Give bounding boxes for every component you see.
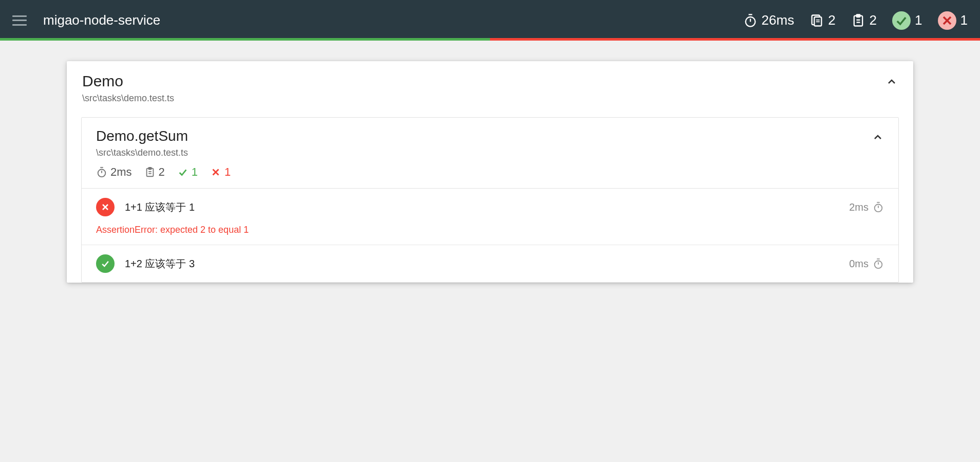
- group-title: Demo.getSum: [96, 128, 231, 144]
- test-error: AssertionError: expected 2 to equal 1: [96, 225, 884, 235]
- test-duration: 0ms: [849, 258, 884, 270]
- group-tests: 2: [144, 165, 165, 179]
- failed-value: 1: [960, 12, 968, 28]
- fail-status-icon: [96, 198, 115, 216]
- fail-badge-icon: [938, 11, 956, 30]
- suite-header[interactable]: Demo \src\tasks\demo.test.ts: [67, 61, 913, 117]
- suite-card: Demo \src\tasks\demo.test.ts Demo.getSum…: [67, 61, 913, 283]
- svg-rect-17: [148, 168, 152, 170]
- timer-icon: [96, 167, 107, 178]
- timer-icon: [873, 201, 884, 213]
- group-failed: 1: [210, 165, 231, 179]
- group-stats: 2ms 2 1 1: [96, 165, 231, 179]
- progress-pass: [0, 38, 490, 41]
- suite-path: \src\tasks\demo.test.ts: [82, 93, 174, 104]
- clipboard-icon: [851, 13, 865, 28]
- clipboard-icon: [144, 167, 156, 178]
- test-name: 1+1 应该等于 1: [125, 200, 195, 214]
- x-icon: [210, 167, 221, 178]
- content: Demo \src\tasks\demo.test.ts Demo.getSum…: [0, 41, 980, 283]
- timer-icon: [873, 258, 884, 269]
- test-row[interactable]: 1+1 应该等于 1 2ms AssertionError: expected …: [82, 189, 898, 245]
- chevron-up-icon[interactable]: [872, 131, 884, 143]
- group-header[interactable]: Demo.getSum \src\tasks\demo.test.ts 2ms …: [82, 118, 898, 189]
- test-row[interactable]: 1+2 应该等于 3 0ms: [82, 245, 898, 282]
- test-duration: 2ms: [849, 201, 884, 213]
- group-card: Demo.getSum \src\tasks\demo.test.ts 2ms …: [81, 117, 899, 283]
- passed-value: 1: [915, 12, 922, 28]
- chevron-up-icon[interactable]: [885, 76, 898, 88]
- svg-point-27: [875, 261, 882, 269]
- header-stats: 26ms 2 2 1 1: [743, 11, 968, 30]
- group-passed: 1: [177, 165, 198, 179]
- suites-value: 2: [828, 12, 835, 28]
- app-title: migao-node-service: [43, 12, 743, 28]
- pass-badge-icon: [892, 11, 911, 30]
- duration-stat: 26ms: [743, 12, 795, 28]
- progress-bar: [0, 38, 980, 41]
- tests-value: 2: [870, 12, 877, 28]
- failed-stat: 1: [938, 11, 968, 30]
- progress-fail: [490, 38, 980, 41]
- suites-stat: 2: [809, 12, 835, 28]
- timer-icon: [743, 13, 758, 28]
- check-icon: [177, 167, 189, 178]
- menu-icon[interactable]: [12, 15, 27, 26]
- suite-title: Demo: [82, 72, 174, 90]
- tests-stat: 2: [851, 12, 877, 28]
- pass-status-icon: [96, 254, 115, 273]
- duration-value: 26ms: [762, 12, 795, 28]
- passed-stat: 1: [892, 11, 922, 30]
- app-header: migao-node-service 26ms 2 2 1 1: [0, 0, 980, 41]
- svg-rect-8: [856, 14, 860, 17]
- group-path: \src\tasks\demo.test.ts: [96, 147, 231, 158]
- group-duration: 2ms: [96, 165, 132, 179]
- suites-icon: [809, 13, 824, 28]
- test-name: 1+2 应该等于 3: [125, 257, 195, 271]
